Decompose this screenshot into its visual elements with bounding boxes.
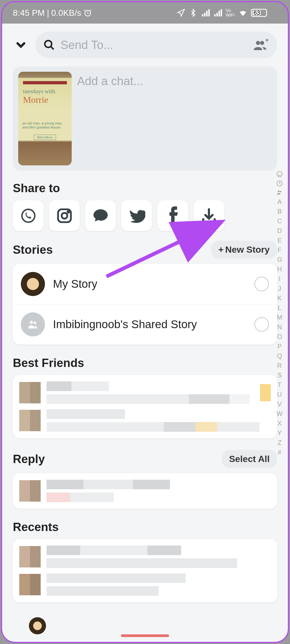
book-line2: Morrie xyxy=(23,95,48,105)
index-letter[interactable]: I xyxy=(279,275,281,283)
wifi-icon xyxy=(239,9,247,17)
index-letter[interactable]: V xyxy=(277,400,282,408)
index-letter[interactable]: Z xyxy=(278,439,282,446)
index-letter[interactable]: # xyxy=(278,449,281,456)
index-letter[interactable]: H xyxy=(277,266,282,273)
index-letter[interactable]: X xyxy=(277,420,282,427)
clock-icon[interactable] xyxy=(276,180,283,187)
index-letter[interactable]: E xyxy=(277,237,282,244)
vowifi-label: Vo WiFi xyxy=(226,8,235,17)
svg-point-8 xyxy=(34,321,36,324)
index-letter[interactable]: N xyxy=(277,323,282,331)
recent-row[interactable] xyxy=(19,573,271,596)
stories-title: Stories xyxy=(13,243,53,256)
select-all-button[interactable]: Select All xyxy=(222,450,277,468)
reply-title: Reply xyxy=(13,452,45,466)
share-whatsapp[interactable] xyxy=(13,200,44,231)
index-letter[interactable]: L xyxy=(278,304,281,312)
index-letter[interactable]: A xyxy=(277,198,282,206)
index-letter[interactable]: S xyxy=(277,372,282,379)
index-letter[interactable]: R xyxy=(277,362,282,369)
index-letter[interactable]: G xyxy=(277,256,282,263)
friend-avatar xyxy=(19,410,41,431)
shared-story-label: Imbibingnoob's Shared Story xyxy=(53,318,246,331)
my-story-row[interactable]: My Story xyxy=(13,264,277,304)
best-friends-card xyxy=(13,375,277,438)
search-placeholder: Send To... xyxy=(60,38,113,52)
index-letter[interactable]: Q xyxy=(277,352,282,360)
svg-point-5 xyxy=(62,213,67,218)
home-indicator[interactable] xyxy=(121,634,169,637)
book-subtitle: an old man, a young man, and life's grea… xyxy=(22,121,63,129)
stories-card: My Story Imbibingnoob's Shared Story xyxy=(13,264,277,344)
index-letter[interactable]: J xyxy=(278,285,281,292)
people-icon[interactable] xyxy=(276,189,283,196)
recent-row[interactable] xyxy=(19,545,271,568)
svg-point-11 xyxy=(278,190,280,192)
svg-point-12 xyxy=(280,191,281,192)
status-bar: 8:45 PM | 0.0KB/s Vo WiFi 63 xyxy=(2,2,288,24)
my-story-radio[interactable] xyxy=(254,276,269,291)
index-letter[interactable]: Y xyxy=(277,429,282,437)
alpha-index-rail[interactable]: A B C D E F G H I J K L M N O P Q R S T … xyxy=(276,171,283,610)
svg-text:+: + xyxy=(265,39,269,44)
reply-card xyxy=(13,473,277,509)
index-letter[interactable]: F xyxy=(278,246,282,254)
friend-row[interactable] xyxy=(19,381,271,404)
collapse-button[interactable] xyxy=(13,37,29,53)
book-author: Mitch Albom xyxy=(34,135,56,140)
chat-input-placeholder[interactable]: Add a chat... xyxy=(77,72,143,165)
shared-story-row[interactable]: Imbibingnoob's Shared Story xyxy=(13,304,277,344)
battery-pct: 63 xyxy=(254,9,260,16)
new-story-label: New Story xyxy=(225,244,270,255)
emoji-icon[interactable] xyxy=(276,171,283,178)
location-icon xyxy=(177,9,185,17)
plus-icon: + xyxy=(218,244,224,255)
status-net-speed: 0.0KB/s xyxy=(51,8,81,18)
share-to-title: Share to xyxy=(13,181,60,195)
status-time: 8:45 PM xyxy=(13,8,45,18)
svg-point-1 xyxy=(45,41,52,48)
index-letter[interactable]: T xyxy=(278,381,282,389)
share-twitter[interactable] xyxy=(121,200,152,231)
svg-point-6 xyxy=(67,211,69,213)
shared-story-radio[interactable] xyxy=(254,317,269,332)
share-instagram[interactable] xyxy=(49,200,80,231)
recents-title: Recents xyxy=(13,520,59,534)
reply-row[interactable] xyxy=(19,480,271,502)
share-download[interactable] xyxy=(193,200,224,231)
add-group-button[interactable]: + xyxy=(252,38,269,52)
bitmoji-footer-avatar[interactable] xyxy=(29,617,46,634)
chat-card[interactable]: tuesdays withMorrie an old man, a young … xyxy=(13,66,277,171)
svg-point-3 xyxy=(22,209,35,222)
my-story-label: My Story xyxy=(53,278,246,290)
index-letter[interactable]: U xyxy=(277,391,282,398)
share-chat[interactable] xyxy=(85,200,116,231)
friend-row[interactable] xyxy=(19,409,271,432)
svg-point-7 xyxy=(30,321,33,324)
index-letter[interactable]: K xyxy=(277,294,282,302)
best-friends-title: Best Friends xyxy=(13,356,84,370)
signal-icon-1 xyxy=(201,9,210,17)
share-facebook[interactable] xyxy=(157,200,188,231)
index-letter[interactable]: B xyxy=(277,208,282,215)
search-icon xyxy=(43,39,55,51)
index-letter[interactable]: D xyxy=(277,227,282,234)
index-letter[interactable]: M xyxy=(277,314,282,321)
snap-thumbnail[interactable]: tuesdays withMorrie an old man, a young … xyxy=(18,72,72,165)
index-letter[interactable]: C xyxy=(277,217,282,225)
svg-point-9 xyxy=(277,172,282,177)
new-story-button[interactable]: + New Story xyxy=(211,241,277,259)
index-letter[interactable]: W xyxy=(277,410,283,418)
reply-avatar xyxy=(19,480,41,502)
recent-avatar xyxy=(19,546,41,567)
group-avatar xyxy=(21,312,45,336)
signal-icon-2 xyxy=(213,9,222,17)
search-input[interactable]: Send To... + xyxy=(35,32,277,58)
book-line1: tuesdays with xyxy=(23,88,55,94)
alarm-icon xyxy=(83,9,92,17)
index-letter[interactable]: O xyxy=(277,333,282,340)
index-letter[interactable]: P xyxy=(277,343,282,350)
bitmoji-avatar xyxy=(21,272,45,296)
device-screen: 8:45 PM | 0.0KB/s Vo WiFi 63 Send To. xyxy=(2,2,288,642)
